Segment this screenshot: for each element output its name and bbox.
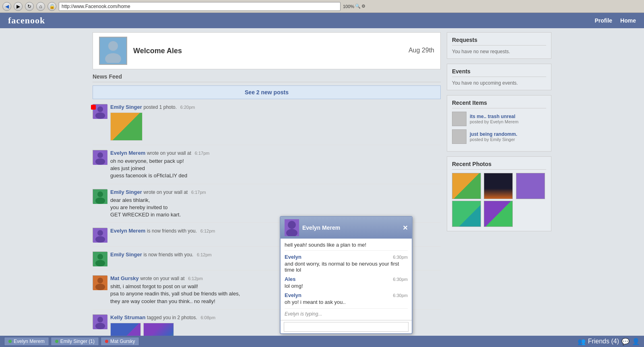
requests-box: Requests You have no new requests.: [447, 32, 551, 59]
fb-navbar: facenook Profile Home: [0, 13, 644, 28]
chat-msg-2: Ales 6:30pm lol omg!: [285, 276, 408, 289]
chat-input[interactable]: [284, 322, 409, 332]
recent-item-1: its me.. trash unreal posted by Evelyn M…: [452, 112, 546, 126]
feed-action-3: wrote on your wall at: [143, 189, 188, 195]
zoom-level: 100% 🔍 ⚙: [343, 4, 365, 9]
recent-photo-3[interactable]: [516, 173, 545, 199]
recent-photos-grid: [452, 173, 546, 227]
recent-item-2: just being randomm. posted by Emily Sing…: [452, 129, 546, 144]
chat-time-2: 6:30pm: [393, 277, 408, 282]
feed-item-2: Evelyn Merem wrote on your wall at 6:17p…: [93, 150, 441, 184]
feed-time-6: 6:12pm: [188, 276, 203, 281]
url-bar[interactable]: [59, 2, 341, 11]
svg-point-9: [97, 191, 103, 197]
events-title: Events: [452, 68, 546, 77]
feed-author-evelyn2[interactable]: Evelyn Merem: [110, 228, 145, 234]
chat-input-area: [281, 320, 412, 333]
requests-title: Requests: [452, 37, 546, 46]
svg-point-6: [97, 152, 103, 158]
feed-action-4: is now friends with you.: [147, 228, 197, 234]
chat-icon[interactable]: 💬: [621, 338, 630, 345]
svg-point-3: [97, 106, 103, 112]
feed-author-emily2[interactable]: Emily Singer: [110, 189, 142, 195]
feed-time-2: 6:17pm: [195, 151, 210, 156]
back-button[interactable]: ◀: [2, 2, 11, 11]
chat-typing-indicator: Evelyn is typing...: [285, 308, 408, 317]
welcome-title: Welcome Ales: [133, 47, 182, 55]
svg-point-0: [108, 41, 118, 51]
feed-action-2: wrote on your wall at: [147, 150, 191, 156]
feed-author-emily1[interactable]: Emily Singer: [110, 104, 142, 110]
chat-text-1: and dont worry, its normal to be nervous…: [285, 261, 408, 273]
settings-icon[interactable]: 👤: [632, 338, 640, 345]
recent-thumb-1: [452, 112, 466, 126]
recent-thumb-2: [452, 129, 466, 144]
recent-photo-1[interactable]: [452, 173, 481, 199]
svg-point-7: [95, 158, 105, 165]
feed-item-1: Emily Singer posted 1 photo. 6:20pm: [93, 104, 441, 145]
chat-tab-mat[interactable]: Mat Gursky: [101, 337, 139, 346]
feed-author-kelly1[interactable]: Kelly Struman: [110, 314, 145, 320]
chat-sender-2: Ales: [285, 276, 295, 282]
events-text: You have no upcoming events.: [452, 80, 546, 86]
chat-popup: Evelyn Merem ✕ hell yeah! sounds like a …: [280, 216, 413, 334]
feed-author-evelyn1[interactable]: Evelyn Merem: [110, 150, 145, 156]
chat-msg-header-2: Ales 6:30pm: [285, 276, 408, 282]
recent-photos-box: Recent Photos: [447, 156, 551, 231]
svg-point-13: [95, 236, 105, 243]
recent-item-sub-1: posted by Evelyn Merem: [470, 119, 518, 124]
fb-logo: facenook: [8, 15, 45, 26]
chat-text-2: lol omg!: [285, 283, 408, 289]
feed-text-3: dear ales tihlarik,you are hereby invite…: [110, 197, 441, 219]
feed-photo-1[interactable]: [110, 112, 142, 141]
recent-photo-4[interactable]: [452, 201, 481, 227]
feed-author-emily3[interactable]: Emily Singer: [110, 251, 142, 258]
feed-action-6: wrote on your wall at: [140, 276, 184, 281]
feed-time-1: 6:20pm: [180, 105, 195, 110]
svg-point-15: [97, 254, 103, 260]
chat-header[interactable]: Evelyn Merem ✕: [281, 217, 412, 239]
feed-avatar-evelyn2: [93, 228, 107, 242]
refresh-button[interactable]: ↻: [25, 2, 34, 11]
chat-time-3: 6:30pm: [393, 293, 408, 298]
chat-time-1: 6:30pm: [393, 255, 408, 260]
feed-avatar-mat1: [93, 275, 107, 290]
feed-action-5: is now friends with you.: [143, 252, 193, 258]
feed-content-2: Evelyn Merem wrote on your wall at 6:17p…: [110, 150, 441, 180]
svg-point-10: [95, 197, 105, 204]
nav-profile[interactable]: Profile: [595, 17, 613, 24]
emily-online-dot: [55, 340, 58, 343]
feed-text-2: oh no everyone, better pack up!ales just…: [110, 158, 441, 180]
feed-time-3: 6:17pm: [191, 190, 206, 195]
nav-home[interactable]: Home: [620, 17, 636, 24]
svg-point-29: [288, 221, 296, 229]
new-posts-button[interactable]: See 2 new posts: [93, 85, 441, 99]
feed-action-1: posted 1 photo.: [143, 104, 177, 110]
right-sidebar: Requests You have no new requests. Event…: [447, 32, 551, 347]
chat-close-button[interactable]: ✕: [402, 224, 408, 232]
browser-chrome: ◀ ▶ ↻ ⌂ 🔒 100% 🔍 ⚙: [0, 0, 644, 13]
home-button[interactable]: ⌂: [36, 2, 45, 11]
recent-photo-5[interactable]: [484, 201, 513, 227]
welcome-date: Aug 29th: [409, 47, 434, 54]
mat-status-dot: [105, 340, 108, 343]
chat-msg-1: Evelyn 6:30pm and dont worry, its normal…: [285, 254, 408, 273]
feed-avatar-kelly1: [93, 314, 107, 329]
svg-point-16: [95, 260, 105, 266]
chat-tab-emily[interactable]: Emily Singer (1): [51, 337, 99, 346]
recent-photo-2[interactable]: [484, 173, 513, 199]
chat-msg-header-3: Evelyn 6:30pm: [285, 292, 408, 298]
recent-item-link-1[interactable]: its me.. trash unreal: [470, 114, 518, 119]
events-box: Events You have no upcoming events.: [447, 64, 551, 90]
chat-tab-evelyn[interactable]: Evelyn Merem: [4, 337, 49, 346]
recent-item-text-2: just being randomm. posted by Emily Sing…: [470, 131, 517, 142]
feed-avatar-emily2: [93, 189, 107, 204]
welcome-header: Welcome Ales Aug 29th: [93, 32, 441, 69]
chat-tab-emily-label: Emily Singer (1): [60, 339, 95, 344]
feed-content-3: Emily Singer wrote on your wall at 6:17p…: [110, 189, 441, 219]
feed-author-mat1[interactable]: Mat Gursky: [110, 275, 139, 281]
forward-button[interactable]: ▶: [14, 2, 23, 11]
friends-count[interactable]: Friends (4): [588, 338, 619, 345]
chat-text-3: oh yo! i meant to ask you..: [285, 299, 408, 305]
recent-item-link-2[interactable]: just being randomm.: [470, 131, 517, 137]
